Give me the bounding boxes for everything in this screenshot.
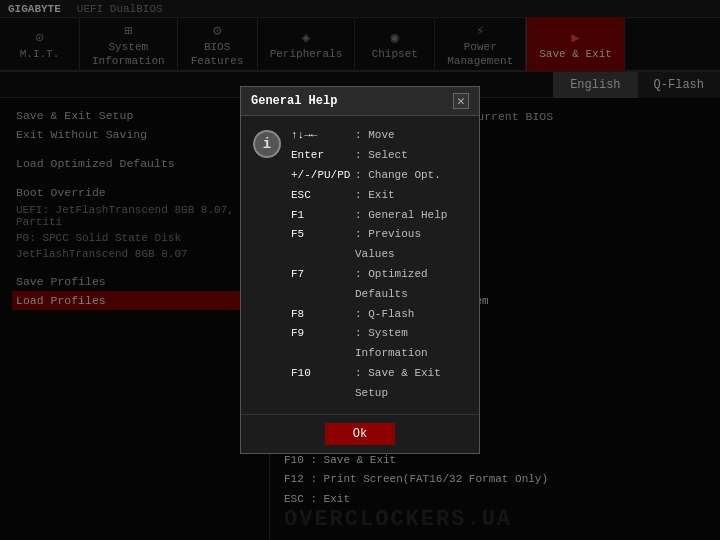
key-change-name: +/-/PU/PD bbox=[291, 166, 351, 186]
info-icon: i bbox=[253, 130, 281, 158]
key-f5-name: F5 bbox=[291, 225, 351, 265]
modal-key-f1: F1 : General Help bbox=[291, 206, 467, 226]
modal-key-change: +/-/PU/PD : Change Opt. bbox=[291, 166, 467, 186]
modal-key-f10: F10 : Save & Exit Setup bbox=[291, 364, 467, 404]
modal-footer: Ok bbox=[241, 414, 479, 453]
key-f9-desc: : System Information bbox=[355, 324, 467, 364]
key-f1-name: F1 bbox=[291, 206, 351, 226]
key-f8-desc: : Q-Flash bbox=[355, 305, 414, 325]
key-f7-desc: : Optimized Defaults bbox=[355, 265, 467, 305]
modal-key-f7: F7 : Optimized Defaults bbox=[291, 265, 467, 305]
modal-key-f5: F5 : Previous Values bbox=[291, 225, 467, 265]
modal-key-f8: F8 : Q-Flash bbox=[291, 305, 467, 325]
key-change-desc: : Change Opt. bbox=[355, 166, 441, 186]
general-help-modal: General Help ✕ i ↑↓→← : Move Enter : Sel… bbox=[240, 86, 480, 453]
key-enter-desc: : Select bbox=[355, 146, 408, 166]
key-move-name: ↑↓→← bbox=[291, 126, 351, 146]
key-esc-name: ESC bbox=[291, 186, 351, 206]
key-move-desc: : Move bbox=[355, 126, 395, 146]
modal-key-enter: Enter : Select bbox=[291, 146, 467, 166]
modal-title: General Help bbox=[251, 94, 337, 108]
key-f10-name: F10 bbox=[291, 364, 351, 404]
modal-ok-button[interactable]: Ok bbox=[325, 423, 395, 445]
key-f8-name: F8 bbox=[291, 305, 351, 325]
key-f9-name: F9 bbox=[291, 324, 351, 364]
modal-header: General Help ✕ bbox=[241, 87, 479, 116]
key-f10-desc: : Save & Exit Setup bbox=[355, 364, 467, 404]
key-esc-desc: : Exit bbox=[355, 186, 395, 206]
modal-body: i ↑↓→← : Move Enter : Select +/-/PU/PD :… bbox=[241, 116, 479, 413]
modal-key-list: ↑↓→← : Move Enter : Select +/-/PU/PD : C… bbox=[291, 126, 467, 403]
modal-key-move: ↑↓→← : Move bbox=[291, 126, 467, 146]
modal-close-button[interactable]: ✕ bbox=[453, 93, 469, 109]
key-f1-desc: : General Help bbox=[355, 206, 447, 226]
modal-overlay: General Help ✕ i ↑↓→← : Move Enter : Sel… bbox=[0, 0, 720, 540]
key-f7-name: F7 bbox=[291, 265, 351, 305]
key-f5-desc: : Previous Values bbox=[355, 225, 467, 265]
key-enter-name: Enter bbox=[291, 146, 351, 166]
modal-key-esc: ESC : Exit bbox=[291, 186, 467, 206]
modal-key-f9: F9 : System Information bbox=[291, 324, 467, 364]
